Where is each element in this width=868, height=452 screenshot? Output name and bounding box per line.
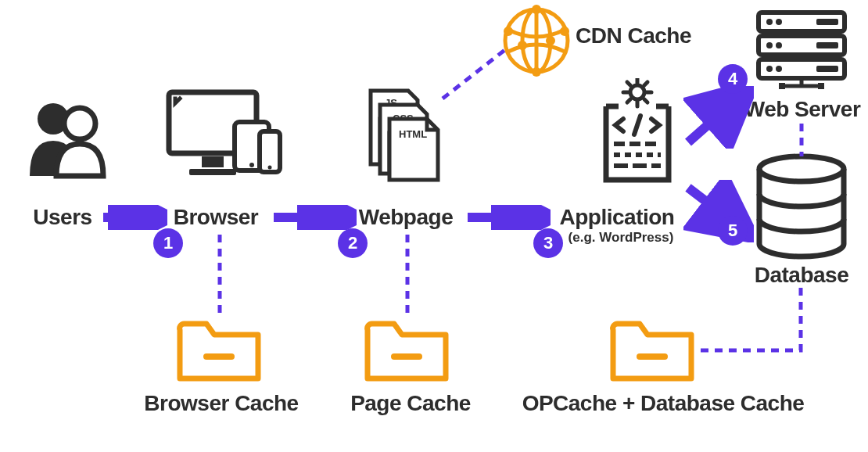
svg-point-38 [766,66,773,72]
svg-point-35 [776,19,782,25]
browser-cache-label: Browser Cache [139,391,303,416]
badge-5: 5 [718,216,748,246]
dash-webserver-database [798,124,805,156]
dash-browser-cache [216,235,224,316]
svg-point-16 [518,41,527,50]
application-sublabel: (e.g. WordPress) [566,230,676,246]
badge-3: 3 [533,228,563,258]
badge-4: 4 [718,64,748,94]
file-html-text: HTML [399,128,427,140]
svg-rect-46 [818,83,824,89]
badge-1: 1 [153,228,183,258]
svg-point-14 [560,27,569,36]
svg-rect-45 [779,83,785,89]
svg-point-37 [776,42,782,48]
badge-2: 2 [338,228,368,258]
svg-rect-41 [816,42,838,48]
svg-point-1 [64,108,95,139]
svg-point-15 [546,36,555,45]
svg-point-13 [504,27,513,36]
svg-point-8 [268,166,272,170]
svg-line-27 [634,116,640,135]
svg-rect-40 [816,19,838,25]
svg-line-24 [644,99,647,102]
svg-line-56 [443,48,507,99]
users-label: Users [23,205,102,230]
svg-point-47 [759,156,844,181]
svg-point-36 [766,42,773,48]
database-icon [751,153,852,266]
svg-line-26 [644,82,647,85]
svg-point-6 [249,163,254,167]
svg-line-54 [688,95,741,142]
browser-cache-folder-icon [172,311,266,393]
svg-line-25 [627,99,630,102]
dash-webpage-cdn [436,42,515,105]
svg-line-23 [627,82,630,85]
svg-point-34 [766,19,773,25]
svg-point-12 [532,5,541,14]
svg-point-17 [532,67,541,77]
arrow-app-webserver [683,86,754,149]
application-label: Application [551,205,683,230]
opdb-cache-label: OPCache + Database Cache [515,391,812,416]
browser-label: Browser [169,205,263,230]
webpage-label: Webpage [355,205,457,230]
application-code-icon [590,78,684,191]
webserver-icon [751,8,852,97]
arrow-webpage-application [464,205,551,230]
webserver-label: Web Server [740,97,865,122]
database-label: Database [751,263,852,288]
page-cache-label: Page Cache [344,391,477,416]
svg-rect-4 [189,169,236,175]
opdb-cache-folder-icon [605,311,699,393]
users-icon [23,94,117,183]
cdn-label: CDN Cache [576,23,691,48]
dash-page-cache [404,235,411,316]
dash-database-opdbcache [698,288,807,358]
arrow-users-browser [100,205,167,230]
arrow-browser-webpage [271,205,357,230]
browser-devices-icon [164,88,285,185]
svg-point-39 [776,66,782,72]
svg-rect-42 [816,66,838,72]
page-cache-folder-icon [360,311,454,393]
svg-rect-3 [202,156,224,167]
svg-point-18 [630,85,644,99]
